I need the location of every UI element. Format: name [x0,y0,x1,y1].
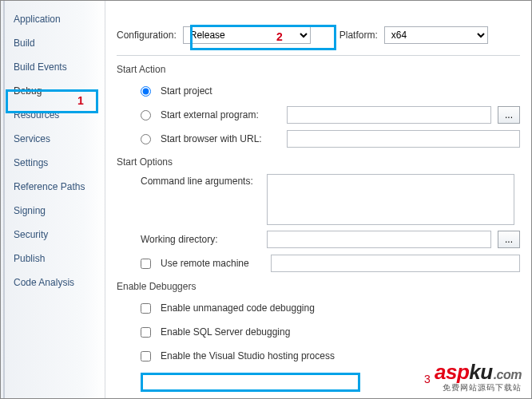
sidebar-item-reference-paths[interactable]: Reference Paths [1,175,105,199]
start-browser-label: Start browser with URL: [161,133,280,144]
start-options-body: Command line arguments: Working director… [141,174,520,273]
start-options-title: Start Options [117,156,520,168]
platform-label: Platform: [339,30,378,41]
start-project-radio[interactable] [141,86,151,97]
use-remote-checkbox[interactable] [141,259,151,269]
args-label: Command line arguments: [141,174,260,187]
enable-unmanaged-checkbox[interactable] [141,303,151,314]
sidebar-item-build[interactable]: Build [1,31,105,55]
start-external-input[interactable] [287,106,491,124]
sidebar-item-debug[interactable]: Debug [1,79,105,103]
enable-debuggers-title: Enable Debuggers [117,281,520,292]
start-external-browse-button[interactable]: ... [498,106,520,124]
args-textarea[interactable] [267,174,514,225]
start-external-label: Start external program: [161,109,280,120]
sidebar-item-publish[interactable]: Publish [1,247,105,271]
working-dir-input[interactable] [267,231,491,248]
platform-select[interactable]: x64 [384,26,488,44]
configuration-label: Configuration: [117,30,177,41]
use-remote-label: Use remote machine [161,258,264,269]
enable-hosting-label: Enable the Visual Studio hosting process [161,350,335,361]
enable-sql-checkbox[interactable] [141,327,151,338]
sidebar-item-security[interactable]: Security [1,223,105,247]
sidebar-item-settings[interactable]: Settings [1,151,105,175]
project-properties-window: Application Build Build Events Debug Res… [0,0,532,399]
start-action-title: Start Action [117,64,520,75]
enable-hosting-checkbox[interactable] [141,351,151,361]
working-dir-label: Working directory: [141,234,260,245]
settings-sidebar: Application Build Build Events Debug Res… [1,1,105,398]
divider [117,55,520,56]
sidebar-item-signing[interactable]: Signing [1,199,105,223]
start-browser-radio[interactable] [141,134,151,144]
enable-debuggers-body: Enable unmanaged code debugging Enable S… [141,298,520,365]
sidebar-item-build-events[interactable]: Build Events [1,55,105,79]
sidebar-item-resources[interactable]: Resources [1,103,105,127]
sidebar-item-services[interactable]: Services [1,127,105,151]
start-browser-input[interactable] [287,130,520,148]
remote-machine-input[interactable] [271,255,520,272]
start-action-body: Start project Start external program: ..… [141,81,520,148]
sidebar-item-application[interactable]: Application [1,7,105,31]
configuration-select[interactable]: Release [183,26,311,44]
config-platform-row: Configuration: Release Platform: x64 [117,26,520,44]
debug-settings-panel: Configuration: Release Platform: x64 Sta… [105,1,531,398]
start-project-label: Start project [161,85,212,97]
enable-unmanaged-label: Enable unmanaged code debugging [161,302,315,314]
sidebar-item-code-analysis[interactable]: Code Analysis [1,271,105,294]
enable-sql-label: Enable SQL Server debugging [161,326,290,338]
working-dir-browse-button[interactable]: ... [498,231,520,248]
start-external-radio[interactable] [141,110,151,120]
